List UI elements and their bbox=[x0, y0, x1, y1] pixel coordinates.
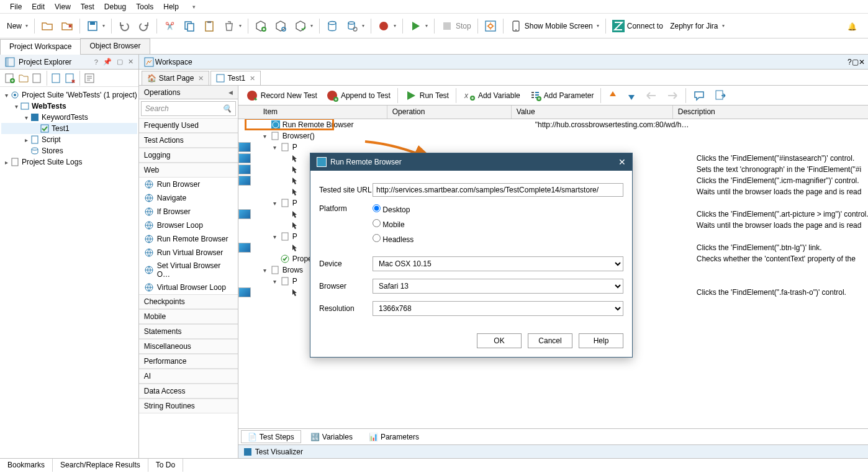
url-input[interactable] bbox=[373, 183, 623, 197]
ops-cat[interactable]: String Routines bbox=[139, 399, 238, 413]
grid-row[interactable]: ▾P bbox=[238, 142, 868, 153]
help-icon[interactable]: ? bbox=[93, 58, 99, 66]
tree-script[interactable]: ▸Script bbox=[1, 134, 137, 145]
ops-cat[interactable]: Statements bbox=[139, 324, 238, 339]
ops-item[interactable]: Virtual Browser Loop bbox=[139, 281, 238, 294]
dialog-close-icon[interactable]: ✕ bbox=[618, 157, 626, 167]
paste-button[interactable] bbox=[200, 17, 219, 35]
record-button[interactable]: ▾ bbox=[374, 17, 399, 35]
stop-button[interactable]: Stop bbox=[438, 17, 474, 35]
col-operation[interactable]: Operation bbox=[387, 106, 512, 119]
undo-button[interactable] bbox=[115, 17, 133, 35]
help-button[interactable]: Help bbox=[579, 333, 623, 348]
tab-parameters[interactable]: 📊Parameters bbox=[362, 430, 426, 443]
ops-cat[interactable]: Mobile bbox=[139, 309, 238, 324]
grid-row[interactable]: ▾Browser() bbox=[238, 130, 868, 142]
tab-start-page[interactable]: 🏠Start Page✕ bbox=[142, 71, 210, 85]
menu-overflow-icon[interactable]: ▾ bbox=[188, 2, 201, 11]
col-description[interactable]: Description bbox=[673, 106, 868, 119]
cancel-button[interactable]: Cancel bbox=[528, 333, 572, 348]
new-button[interactable]: New▾ bbox=[4, 17, 31, 35]
add-script-icon[interactable] bbox=[31, 72, 43, 84]
platform-desktop-radio[interactable]: Desktop bbox=[373, 204, 623, 214]
tab-object-browser[interactable]: Object Browser bbox=[80, 38, 150, 54]
menu-help[interactable]: Help bbox=[158, 1, 184, 12]
tree-project[interactable]: ▾WebTests bbox=[1, 101, 137, 112]
project-tree[interactable]: ▾Project Suite 'WebTests' (1 project) ▾W… bbox=[0, 87, 138, 458]
move-down-button[interactable] bbox=[623, 88, 640, 104]
tree-test1[interactable]: Test1 bbox=[1, 123, 137, 134]
ops-cat[interactable]: Logging bbox=[139, 148, 238, 163]
menu-edit[interactable]: Edit bbox=[27, 1, 50, 12]
maximize-icon[interactable]: ▢ bbox=[115, 58, 124, 66]
browser-select[interactable]: Safari 13 bbox=[373, 279, 623, 294]
close-icon[interactable]: ✕ bbox=[859, 58, 865, 66]
pin-icon[interactable]: 📌 bbox=[102, 58, 113, 66]
append-to-test-button[interactable]: Append to Test bbox=[322, 88, 394, 104]
copy-button[interactable] bbox=[180, 17, 199, 35]
resolution-select[interactable]: 1366x768 bbox=[373, 301, 623, 316]
ops-item[interactable]: Browser Loop bbox=[139, 218, 238, 232]
notifications-button[interactable]: 🔔 bbox=[840, 19, 864, 32]
status-search-results[interactable]: Search/Replace Results bbox=[53, 459, 148, 472]
ops-cat[interactable]: Frequently Used bbox=[139, 118, 238, 133]
close-tab-icon[interactable]: ✕ bbox=[198, 74, 204, 83]
platform-headless-radio[interactable]: Headless bbox=[373, 234, 623, 244]
col-item[interactable]: Item bbox=[238, 106, 387, 119]
redo-button[interactable] bbox=[135, 17, 153, 35]
cube-check-button[interactable]: ▾ bbox=[291, 17, 316, 35]
ops-cat[interactable]: AI bbox=[139, 369, 238, 384]
record-new-test-button[interactable]: Record New Test bbox=[242, 88, 321, 104]
cube-add-button[interactable] bbox=[251, 17, 270, 35]
properties-icon[interactable] bbox=[83, 72, 96, 84]
ops-cat[interactable]: Test Actions bbox=[139, 133, 238, 148]
delete-button[interactable]: ▾ bbox=[220, 17, 245, 35]
close-icon[interactable]: ✕ bbox=[127, 58, 135, 66]
close-button[interactable] bbox=[58, 17, 76, 35]
ok-button[interactable]: OK bbox=[477, 333, 522, 348]
db-button[interactable] bbox=[323, 17, 341, 35]
menu-tools[interactable]: Tools bbox=[131, 1, 158, 12]
connect-button[interactable]: Connect to Zephyr for Jira▾ bbox=[609, 17, 728, 35]
tab-project-workspace[interactable]: Project Workspace bbox=[0, 39, 81, 55]
export-button[interactable] bbox=[710, 88, 730, 104]
status-bookmarks[interactable]: Bookmarks bbox=[0, 459, 53, 472]
device-select[interactable]: Mac OSX 10.15 bbox=[373, 256, 623, 271]
remove-item-icon[interactable] bbox=[64, 72, 76, 84]
tree-stores[interactable]: Stores bbox=[1, 145, 137, 156]
ops-item[interactable]: Run Virtual Browser bbox=[139, 246, 238, 259]
add-variable-button[interactable]: xAdd Variable bbox=[459, 88, 524, 104]
move-up-button[interactable] bbox=[604, 88, 622, 104]
comment-button[interactable] bbox=[689, 88, 709, 104]
ops-item[interactable]: Run Remote Browser bbox=[139, 232, 238, 246]
tab-variables[interactable]: 🔣Variables bbox=[304, 430, 359, 443]
dialog-titlebar[interactable]: Run Remote Browser ✕ bbox=[310, 153, 632, 171]
status-todo[interactable]: To Do bbox=[148, 459, 183, 472]
ops-item[interactable]: Navigate bbox=[139, 191, 238, 205]
ops-item[interactable]: Run Browser bbox=[139, 178, 238, 191]
tab-test-steps[interactable]: 📄Test Steps bbox=[241, 430, 301, 443]
target-button[interactable] bbox=[481, 17, 500, 35]
operations-search[interactable]: Search🔍 bbox=[141, 101, 236, 116]
tree-logs[interactable]: ▸Project Suite Logs bbox=[1, 156, 137, 168]
ops-item[interactable]: Set Virtual Browser O… bbox=[139, 259, 238, 281]
menu-view[interactable]: View bbox=[50, 1, 76, 12]
save-button[interactable]: ▾ bbox=[83, 17, 108, 35]
grid-row[interactable]: Run Remote Browser"http://hub.crossbrows… bbox=[238, 119, 868, 130]
tree-suite[interactable]: ▾Project Suite 'WebTests' (1 project) bbox=[1, 89, 137, 101]
ops-cat[interactable]: Data Access bbox=[139, 384, 238, 399]
add-parameter-button[interactable]: Add Parameter bbox=[525, 88, 598, 104]
collapse-icon[interactable]: ◀ bbox=[228, 89, 233, 96]
ops-cat[interactable]: Performance bbox=[139, 354, 238, 369]
close-tab-icon[interactable]: ✕ bbox=[250, 74, 255, 83]
ops-cat[interactable]: Web bbox=[139, 163, 238, 178]
ops-cat[interactable]: Miscellaneous bbox=[139, 339, 238, 354]
run-button[interactable]: ▾ bbox=[406, 17, 431, 35]
run-test-button[interactable]: Run Test bbox=[401, 88, 453, 104]
outdent-button[interactable] bbox=[641, 89, 661, 102]
cut-button[interactable]: ✂️ bbox=[160, 17, 179, 35]
tree-keyword-tests[interactable]: ▾KeywordTests bbox=[1, 112, 137, 123]
col-value[interactable]: Value bbox=[512, 106, 673, 119]
ops-item[interactable]: If Browser bbox=[139, 205, 238, 218]
mobile-button[interactable]: Show Mobile Screen▾ bbox=[507, 17, 602, 35]
